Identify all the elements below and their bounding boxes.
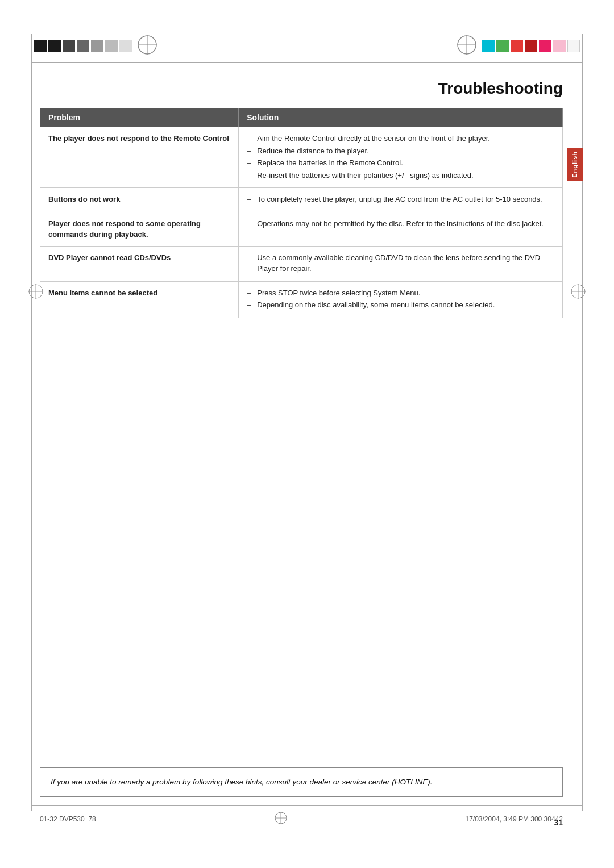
table-row: The player does not respond to the Remot…: [40, 127, 563, 188]
solution-cell: –To completely reset the player, unplug …: [239, 188, 563, 212]
main-content: Troubleshooting Problem Solution The pla…: [40, 80, 563, 318]
footer-right: 17/03/2004, 3:49 PM 300 30442: [466, 815, 563, 823]
solution-dash: –: [247, 218, 255, 229]
footer: 01-32 DVP530_78 17/03/2004, 3:49 PM 300 …: [40, 811, 563, 827]
color-bar-cyan: [482, 40, 495, 52]
color-bar-green: [496, 40, 509, 52]
solution-text: To completely reset the player, unplug t…: [257, 194, 542, 205]
solution-item: –Re-insert the batteries with their pola…: [247, 170, 554, 181]
solution-dash: –: [247, 252, 255, 274]
problem-cell: Buttons do not work: [40, 188, 239, 212]
problem-cell: Player does not respond to some operatin…: [40, 212, 239, 246]
solution-dash: –: [247, 133, 255, 144]
border-bottom: [31, 805, 583, 806]
solution-dash: –: [247, 157, 255, 169]
troubleshooting-table: Problem Solution The player does not res…: [40, 108, 563, 318]
solution-dash: –: [247, 145, 255, 157]
side-tab-label: English: [571, 151, 578, 178]
solution-text: Use a commonly available cleaning CD/DVD…: [257, 252, 554, 274]
page-number: 31: [554, 818, 563, 827]
problem-cell: DVD Player cannot read CDs/DVDs: [40, 246, 239, 281]
solution-cell: –Press STOP twice before selecting Syste…: [239, 281, 563, 318]
solution-dash: –: [247, 299, 255, 311]
bottom-note: If you are unable to remedy a problem by…: [40, 767, 563, 797]
page-title: Troubleshooting: [40, 80, 563, 98]
solution-item: –Replace the batteries in the Remote Con…: [247, 157, 554, 169]
color-bar-gray: [77, 40, 89, 52]
side-tab-english: English: [567, 148, 583, 181]
solution-dash: –: [247, 287, 255, 299]
solution-cell: –Operations may not be permitted by the …: [239, 212, 563, 246]
crosshair-center-right: [456, 34, 478, 57]
color-bar-lightgray: [105, 40, 118, 52]
solution-item: –Press STOP twice before selecting Syste…: [247, 287, 554, 299]
problem-cell: The player does not respond to the Remot…: [40, 127, 239, 188]
solution-item: –Operations may not be permitted by the …: [247, 218, 554, 229]
solution-item: –Aim the Remote Control directly at the …: [247, 133, 554, 144]
solution-item: –Use a commonly available cleaning CD/DV…: [247, 252, 554, 274]
solution-item: –Reduce the distance to the player.: [247, 145, 554, 157]
table-row: Menu items cannot be selected–Press STOP…: [40, 281, 563, 318]
top-bar-area: [0, 34, 614, 57]
color-bar-darkred: [525, 40, 537, 52]
table-row: DVD Player cannot read CDs/DVDs–Use a co…: [40, 246, 563, 281]
color-bar-vlightgray: [119, 40, 132, 52]
col-header-problem: Problem: [40, 108, 239, 127]
color-bar-black: [34, 40, 47, 52]
table-row: Buttons do not work–To completely reset …: [40, 188, 563, 212]
solution-cell: –Use a commonly available cleaning CD/DV…: [239, 246, 563, 281]
solution-text: Replace the batteries in the Remote Cont…: [257, 157, 403, 169]
border-top: [31, 62, 583, 63]
solution-text: Aim the Remote Control directly at the s…: [257, 133, 490, 144]
border-left: [31, 34, 32, 811]
solution-cell: –Aim the Remote Control directly at the …: [239, 127, 563, 188]
table-row: Player does not respond to some operatin…: [40, 212, 563, 246]
footer-left: 01-32 DVP530_78: [40, 815, 96, 823]
color-bar-black2: [48, 40, 61, 52]
solution-text: Operations may not be permitted by the d…: [257, 218, 544, 229]
color-bar-darkgray: [63, 40, 75, 52]
solution-dash: –: [247, 170, 255, 181]
crosshair-center-left: [136, 34, 158, 57]
col-header-solution: Solution: [239, 108, 563, 127]
solution-text: Re-insert the batteries with their polar…: [257, 170, 473, 181]
color-bar-medgray: [91, 40, 103, 52]
solution-text: Depending on the disc availability, some…: [257, 299, 495, 311]
solution-item: –To completely reset the player, unplug …: [247, 194, 554, 205]
crosshair-right: [570, 283, 587, 302]
solution-dash: –: [247, 194, 255, 205]
color-bar-pink: [539, 40, 551, 52]
bottom-note-text: If you are unable to remedy a problem by…: [51, 778, 433, 786]
problem-cell: Menu items cannot be selected: [40, 281, 239, 318]
solution-text: Press STOP twice before selecting System…: [257, 287, 420, 299]
color-bar-white: [567, 40, 580, 52]
solution-text: Reduce the distance to the player.: [257, 145, 369, 157]
color-bar-lightpink: [553, 40, 566, 52]
solution-item: –Depending on the disc availability, som…: [247, 299, 554, 311]
footer-center-crosshair: [273, 811, 288, 827]
color-bar-red: [511, 40, 523, 52]
